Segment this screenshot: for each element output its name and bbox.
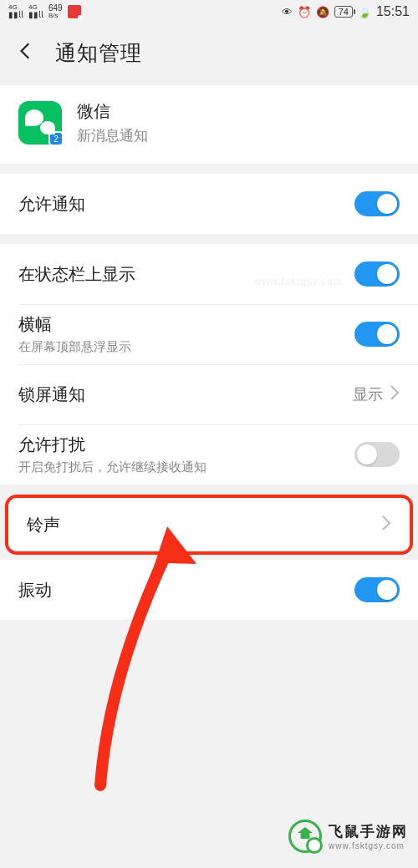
clock-text: 15:51 <box>376 4 410 19</box>
alarm-icon: ⏰ <box>298 6 311 18</box>
row-label: 在状态栏上显示 <box>18 263 135 286</box>
row-allow-notify[interactable]: 允许通知 <box>0 174 418 234</box>
row-vibrate[interactable]: 振动 <box>0 560 418 620</box>
toggle-statusbar-show[interactable] <box>354 261 400 287</box>
toggle-banner[interactable] <box>354 322 400 347</box>
row-label: 横幅 <box>18 313 131 336</box>
page-title: 通知管理 <box>55 39 142 67</box>
row-ringtone[interactable]: 铃声 <box>8 498 410 551</box>
toggle-allow-disturb[interactable] <box>354 442 400 467</box>
app-indicator-icon <box>68 5 81 18</box>
net-speed: 649B/s <box>48 4 63 19</box>
row-label: 允许通知 <box>18 193 85 216</box>
url-watermark: www.fsktgsy.com <box>254 276 343 287</box>
back-icon[interactable] <box>15 40 37 65</box>
row-label: 锁屏通知 <box>18 383 85 406</box>
toggle-vibrate[interactable] <box>354 577 400 602</box>
row-lock-notify[interactable]: 锁屏通知 显示 <box>0 364 418 424</box>
signal-2-icon: 4G▮▮𝗅𝗅 <box>28 4 43 19</box>
battery-icon: 74 <box>334 6 353 18</box>
app-name: 微信 <box>77 100 148 123</box>
wechat-icon: 2 <box>18 101 62 145</box>
row-banner[interactable]: 横幅 在屏幕顶部悬浮显示 <box>0 304 418 364</box>
app-info: 2 微信 新消息通知 <box>0 85 418 164</box>
row-label: 铃声 <box>27 514 60 536</box>
row-sub: 在屏幕顶部悬浮显示 <box>18 339 131 355</box>
status-bar: 4G▮▮𝗅𝗅 4G▮▮𝗅𝗅 649B/s 👁 ⏰ 🔕 74 🍃 15:51 <box>0 0 418 23</box>
watermark-url: www.fsktgsy.com <box>329 841 408 850</box>
chevron-right-icon <box>390 384 400 404</box>
highlight-ringtone: 铃声 <box>5 495 413 555</box>
leaf-icon: 🍃 <box>358 6 371 18</box>
page-header: 通知管理 <box>0 23 418 82</box>
chevron-right-icon <box>381 515 391 535</box>
row-value: 显示 <box>353 384 383 404</box>
row-statusbar-show[interactable]: 在状态栏上显示 <box>0 244 418 304</box>
row-label: 允许打扰 <box>18 434 206 456</box>
mute-icon: 🔕 <box>316 6 329 18</box>
signal-1-icon: 4G▮▮𝗅𝗅 <box>8 4 23 19</box>
app-badge: 2 <box>48 131 64 146</box>
watermark: 飞鼠手游网 www.fsktgsy.com <box>288 820 408 853</box>
eye-icon: 👁 <box>282 6 293 18</box>
app-subtitle: 新消息通知 <box>77 126 148 145</box>
row-label: 振动 <box>18 579 52 602</box>
watermark-icon <box>288 820 322 853</box>
watermark-title: 飞鼠手游网 <box>329 822 408 841</box>
toggle-allow-notify[interactable] <box>354 191 400 216</box>
row-allow-disturb[interactable]: 允许打扰 开启免打扰后，允许继续接收通知 <box>0 424 418 485</box>
row-sub: 开启免打扰后，允许继续接收通知 <box>18 459 206 475</box>
